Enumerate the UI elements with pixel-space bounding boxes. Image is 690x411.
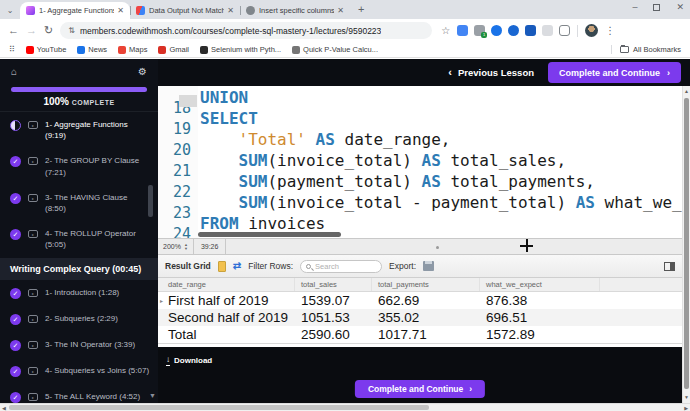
lesson-title: 2- Subqueries (2:29) — [45, 313, 150, 324]
lesson-topbar: ‹ Previous Lesson Complete and Continue … — [158, 59, 690, 86]
lesson-item[interactable]: ✓ ▸ 4- Subqueries vs Joins (5:07) — [0, 358, 158, 384]
column-header[interactable]: what_we_expect — [480, 278, 600, 291]
lesson-title: 3- The HAVING Clause (8:50) — [45, 192, 150, 214]
complete-continue-button-top[interactable]: Complete and Continue › — [548, 62, 681, 83]
close-window-button[interactable]: ✕ — [676, 2, 684, 12]
export-icon[interactable] — [423, 261, 434, 271]
bookmark-item[interactable]: Selenium with Pyth... — [200, 45, 281, 54]
tab-close-icon[interactable]: ✕ — [117, 6, 124, 15]
lesson-item[interactable]: ✓ ▸ 1- Introduction (1:28) — [0, 280, 158, 306]
tab-search-icon[interactable]: ⌄ — [3, 3, 17, 17]
lesson-title: 1- Aggregate Functions (9:19) — [45, 119, 150, 141]
bookmark-item[interactable]: Gmail — [158, 45, 189, 54]
url-field[interactable]: ⇅ members.codewithmosh.com/courses/compl… — [60, 22, 432, 39]
lesson-item[interactable]: ✓ ▸ 4- The ROLLUP Operator (5:05) — [0, 221, 158, 257]
table-row[interactable]: Total2590.601017.711572.89 — [158, 326, 682, 343]
bookmark-star-icon[interactable]: ☆ — [441, 25, 450, 36]
video-icon: ▸ — [28, 315, 38, 323]
hscrollbar-thumb[interactable] — [9, 405, 429, 410]
reload-icon[interactable]: ↻ — [44, 25, 53, 36]
all-bookmarks-button[interactable]: All Bookmarks — [611, 45, 681, 54]
tab-favicon — [136, 6, 145, 15]
table-cell[interactable]: 662.69 — [372, 293, 480, 308]
video-icon: ▸ — [28, 393, 38, 401]
minimize-button[interactable]: – — [632, 2, 637, 12]
editor-hscrollbar-thumb[interactable] — [198, 232, 341, 237]
grid-view-icon[interactable] — [218, 261, 226, 272]
maximize-button[interactable] — [653, 4, 660, 11]
chrome-menu-icon[interactable]: ⋮ — [605, 25, 615, 36]
sidebar-scroll-down-icon[interactable]: ▼ — [149, 392, 156, 399]
lesson-item[interactable]: ✓ ▸ 2- The GROUP BY Clause (7:21) — [0, 148, 158, 184]
column-header[interactable]: total_sales — [295, 278, 372, 291]
apps-grid-icon[interactable]: ⠿ — [9, 45, 15, 54]
new-tab-button[interactable]: + — [358, 3, 364, 15]
extension-icon[interactable] — [525, 25, 536, 36]
extensions-puzzle-icon[interactable] — [559, 25, 570, 36]
scroll-right-icon[interactable]: ▶ — [684, 405, 688, 411]
column-header[interactable]: total_payments — [372, 278, 480, 291]
search-input[interactable] — [315, 262, 375, 271]
extension-icon[interactable] — [491, 25, 502, 36]
home-icon[interactable]: ⌂ — [11, 66, 17, 77]
zoom-stepper[interactable]: ▲▼ — [184, 243, 188, 251]
forward-icon[interactable]: → — [26, 25, 37, 36]
bookmark-item[interactable]: News — [77, 45, 107, 54]
extension-icon[interactable] — [457, 25, 468, 36]
table-cell[interactable]: Total — [158, 327, 295, 342]
lesson-item[interactable]: ✓ ▸ 2- Subqueries (2:29) — [0, 306, 158, 332]
lesson-item[interactable]: ✓ ▸ 3- The IN Operator (3:39) — [0, 332, 158, 358]
filter-search-box[interactable] — [300, 260, 382, 273]
column-header[interactable]: date_range — [158, 278, 295, 291]
panel-toggle-icon[interactable] — [664, 262, 675, 271]
page-horizontal-scrollbar[interactable]: ◀ ▶ — [0, 403, 690, 411]
scroll-down-icon[interactable]: ▼ — [684, 394, 689, 400]
lesson-item[interactable]: ✓ ▸ 3- The HAVING Clause (8:50) — [0, 185, 158, 221]
extension-icon[interactable] — [508, 25, 519, 36]
refresh-icon[interactable]: ⇄ — [233, 261, 241, 271]
extension-icon[interactable]: 1 — [474, 25, 485, 36]
table-cell[interactable]: Second half of 2019 — [158, 310, 295, 325]
previous-lesson-button[interactable]: ‹ Previous Lesson — [448, 67, 534, 78]
splitter-dot — [436, 246, 439, 249]
table-cell[interactable]: 2590.60 — [295, 327, 372, 342]
table-cell[interactable]: 1017.71 — [372, 327, 480, 342]
table-cell[interactable]: 1539.07 — [295, 293, 372, 308]
table-cell[interactable]: 696.51 — [480, 310, 600, 325]
profile-avatar[interactable] — [585, 24, 598, 37]
table-cell[interactable]: 876.38 — [480, 293, 600, 308]
complete-continue-button-bottom[interactable]: Complete and Continue › — [355, 380, 485, 398]
gear-icon[interactable]: ⚙ — [138, 66, 147, 77]
lesson-item[interactable]: ✓ ▸ 5- The ALL Keyword (4:52) — [0, 384, 158, 404]
table-cell[interactable]: 355.02 — [372, 310, 480, 325]
lesson-item[interactable]: ▸ 1- Aggregate Functions (9:19) — [0, 112, 158, 148]
line-number: 19 — [158, 119, 191, 140]
lesson-video-frame[interactable]: 18192021222324 UNIONSELECT 'Total' AS da… — [158, 86, 682, 347]
browser-tab[interactable]: Data Output Not Matching - S ✕ — [130, 2, 240, 19]
download-button[interactable]: ↓ Download — [166, 356, 212, 366]
table-cell[interactable]: 1051.53 — [295, 310, 372, 325]
bookmark-item[interactable]: Maps — [118, 45, 147, 54]
table-cell[interactable]: First half of 2019 — [158, 293, 295, 308]
extension-icon[interactable] — [542, 25, 553, 36]
table-row[interactable]: Second half of 20191051.53355.02696.51 — [158, 309, 682, 326]
code-line: SUM(payment_total) AS total_payments, — [200, 171, 682, 192]
vscrollbar-thumb[interactable] — [684, 98, 689, 389]
lesson-status-icon: ✓ — [10, 366, 21, 377]
table-row[interactable]: ▸First half of 20191539.07662.69876.38 — [158, 292, 682, 309]
browser-tab[interactable]: Insert specific columns ✕ — [240, 2, 350, 19]
table-cell[interactable]: 1572.89 — [480, 327, 600, 342]
tab-close-icon[interactable]: ✕ — [227, 6, 234, 15]
bookmark-item[interactable]: YouTube — [26, 45, 66, 54]
window-controls: – ✕ — [632, 2, 684, 12]
bookmark-label: News — [88, 45, 107, 54]
page-vertical-scrollbar[interactable]: ▲ ▼ — [682, 86, 690, 403]
bookmark-item[interactable]: Quick P-Value Calcu... — [292, 45, 378, 54]
scroll-up-icon[interactable]: ▲ — [684, 88, 689, 94]
sidebar-scrollbar-thumb[interactable] — [148, 185, 153, 217]
back-icon[interactable]: ← — [8, 25, 19, 36]
tab-close-icon[interactable]: ✕ — [337, 6, 344, 15]
scroll-left-icon[interactable]: ◀ — [2, 405, 6, 411]
site-settings-icon[interactable]: ⇅ — [68, 26, 75, 35]
browser-tab[interactable]: 1- Aggregate Functions | Cod ✕ — [20, 2, 130, 19]
